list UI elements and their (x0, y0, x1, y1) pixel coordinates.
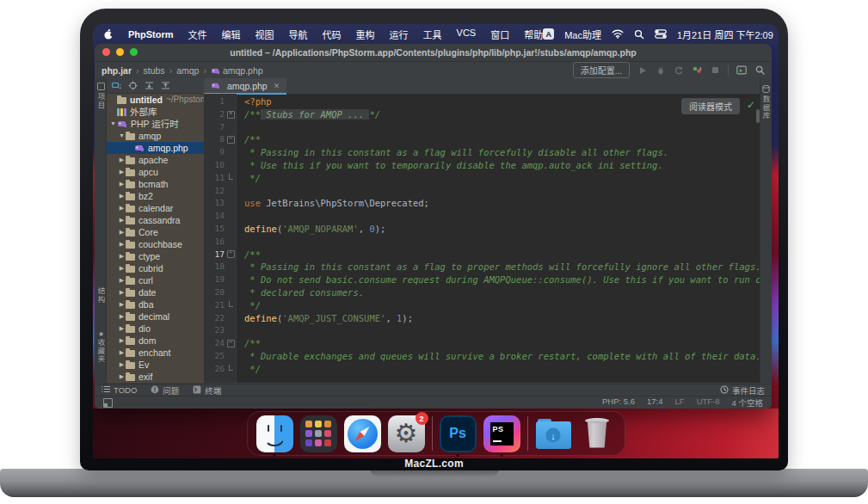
tool-tab-structure[interactable]: 结构 (95, 287, 106, 304)
dock-icon-trash[interactable] (579, 415, 616, 452)
tree-item-amqp[interactable]: ▼amqp (107, 130, 204, 142)
tool-window-toggle-icon[interactable] (103, 398, 113, 408)
apple-menu-icon[interactable] (103, 28, 114, 40)
dock-icon-downloads-folder[interactable]: ↓ (535, 415, 572, 452)
menu-item-2[interactable]: 视图 (255, 28, 274, 41)
breadcrumb-item-0[interactable]: php.jar (102, 65, 132, 76)
code-line-26[interactable]: 26 */ (204, 363, 760, 376)
inspections-ok-icon[interactable]: ✓ (747, 99, 755, 111)
tree-item-dio[interactable]: ▶dio (107, 323, 204, 335)
code-line-8[interactable]: 8−/** (204, 133, 760, 146)
fold-plus-icon[interactable]: + (227, 111, 235, 119)
问题-toolwindow-button[interactable]: 问题 (151, 384, 179, 396)
collapse-all-icon[interactable] (161, 81, 170, 90)
menu-item-1[interactable]: 编辑 (222, 28, 241, 41)
tree-item-bz2[interactable]: ▶bz2 (107, 190, 204, 202)
fold-minus-icon[interactable]: − (227, 250, 235, 258)
code-line-13[interactable]: 13use JetBrains\PhpStorm\Deprecated; (204, 197, 760, 210)
code-line-15[interactable]: 15define('AMQP_NOPARAM', 0); (204, 223, 760, 236)
tool-tab-database[interactable]: 数据库 (760, 85, 772, 120)
menu-item-3[interactable]: 导航 (289, 28, 308, 41)
fold-marker-icon[interactable]: + (225, 108, 237, 121)
tool-tab-favorites[interactable]: ★收藏夹 (95, 330, 106, 364)
tree-arrow-icon[interactable]: ▶ (118, 347, 126, 359)
code-line-25[interactable]: 25 * Durable exchanges and queues will s… (204, 350, 760, 363)
tree-item-cassandra[interactable]: ▶cassandra (107, 214, 204, 226)
tree-arrow-icon[interactable]: ▶ (118, 335, 126, 347)
minimize-window-button[interactable] (116, 48, 124, 56)
tree-item-enchant[interactable]: ▶enchant (107, 347, 204, 359)
tree-item-amqp.php[interactable]: amqp.php (107, 142, 204, 154)
fold-minus-icon[interactable]: − (227, 136, 235, 144)
close-tab-icon[interactable]: ✕ (274, 82, 280, 90)
code-line-20[interactable]: 20 * declared consumers. (204, 286, 760, 299)
fold-marker-icon[interactable]: − (225, 249, 237, 261)
code-line-1[interactable]: 1<?php (204, 95, 760, 108)
status-item-4[interactable]: 4 个空格 (732, 396, 763, 409)
code-line-7[interactable]: 7 (204, 121, 760, 134)
tree-item-exif[interactable]: ▶exif (107, 371, 204, 383)
tree-item-date[interactable]: ▶date (107, 286, 204, 298)
fold-marker-icon[interactable]: − (225, 337, 237, 350)
editor-tab-amqp[interactable]: amqp.php ✕ (204, 78, 286, 95)
code-line-19[interactable]: 19 * Do not send basic.consume request d… (204, 274, 760, 286)
code-line-22[interactable]: 22define('AMQP_JUST_CONSUME', 1); (204, 312, 760, 325)
event-log-button[interactable]: 事件日志 (720, 384, 765, 396)
code-line-11[interactable]: 11 */ (204, 172, 760, 185)
tree-arrow-icon[interactable]: ▶ (118, 359, 126, 371)
fold-marker-icon[interactable] (225, 363, 237, 376)
profiler-button[interactable] (692, 65, 702, 76)
code-line-10[interactable]: 10 * Use this if you want to temporarily… (204, 159, 760, 172)
stop-button[interactable] (710, 65, 720, 76)
status-item-0[interactable]: PHP: 5.6 (602, 396, 635, 409)
status-item-2[interactable]: LF (675, 396, 685, 409)
window-titlebar[interactable]: untitled – /Applications/PhpStorm.app/Co… (95, 44, 772, 62)
breadcrumb-item-3[interactable]: amqp.php (211, 65, 263, 76)
fold-minus-icon[interactable]: − (227, 340, 235, 347)
reader-mode-button[interactable]: 阅读器模式 (681, 98, 740, 114)
menu-item-7[interactable]: 工具 (423, 28, 442, 41)
code-line-12[interactable]: 12 (204, 185, 760, 198)
tree-item-untitled[interactable]: untitled~/Phpston (107, 94, 204, 106)
breadcrumb-item-1[interactable]: stubs (144, 65, 165, 76)
search-button[interactable] (754, 65, 765, 76)
fold-marker-icon[interactable]: − (225, 133, 237, 146)
tree-arrow-icon[interactable]: ▶ (118, 154, 126, 166)
code-line-23[interactable]: 23 (204, 324, 760, 337)
tree-item-cubrid[interactable]: ▶cubrid (107, 262, 204, 274)
tree-item-apcu[interactable]: ▶apcu (107, 166, 204, 178)
tree-item-PHP 运行时[interactable]: ▼PHP 运行时 (107, 118, 204, 130)
status-item-3[interactable]: UTF-8 (697, 396, 720, 409)
tree-item-calendar[interactable]: ▶calendar (107, 202, 204, 214)
tool-tab-project[interactable]: 项目 (95, 81, 106, 109)
menu-item-8[interactable]: VCS (457, 28, 477, 41)
tree-arrow-icon[interactable]: ▶ (118, 274, 126, 286)
code-area[interactable]: 1<?php2+/** Stubs for AMQP ... */78−/**9… (204, 94, 760, 383)
menu-item-6[interactable]: 运行 (390, 28, 409, 41)
menu-clock[interactable]: 1月21日 周四 下午2:09 (677, 28, 773, 41)
dock-icon-launchpad[interactable] (300, 415, 337, 452)
code-line-21[interactable]: 21 */ (204, 299, 760, 312)
tree-item-decimal[interactable]: ▶decimal (107, 310, 204, 323)
menu-item-5[interactable]: 重构 (356, 28, 375, 41)
tree-arrow-icon[interactable]: ▶ (118, 371, 126, 383)
menu-item-4[interactable]: 代码 (323, 28, 342, 41)
code-line-17[interactable]: 17−/** (204, 249, 760, 261)
dock-icon-system-preferences[interactable]: ⚙2 (388, 415, 425, 452)
input-source-icon[interactable]: A (543, 28, 554, 40)
run-configurations-button[interactable]: 添加配置... (573, 62, 630, 78)
wifi-icon[interactable] (612, 29, 624, 39)
debug-button[interactable] (656, 65, 666, 76)
tree-item-curl[interactable]: ▶curl (107, 274, 204, 286)
tree-arrow-icon[interactable]: ▼ (109, 118, 117, 130)
run-anything-button[interactable] (736, 65, 747, 76)
run-button[interactable] (637, 65, 648, 76)
fold-marker-icon[interactable] (225, 172, 237, 185)
view-options-icon[interactable] (112, 81, 121, 90)
tree-arrow-icon[interactable]: ▶ (118, 214, 126, 226)
tree-arrow-icon[interactable]: ▶ (118, 323, 126, 335)
tree-item-dom[interactable]: ▶dom (107, 335, 204, 347)
menu-item-9[interactable]: 窗口 (490, 28, 509, 41)
menu-item-0[interactable]: 文件 (188, 28, 207, 41)
expand-all-icon[interactable] (145, 81, 154, 90)
